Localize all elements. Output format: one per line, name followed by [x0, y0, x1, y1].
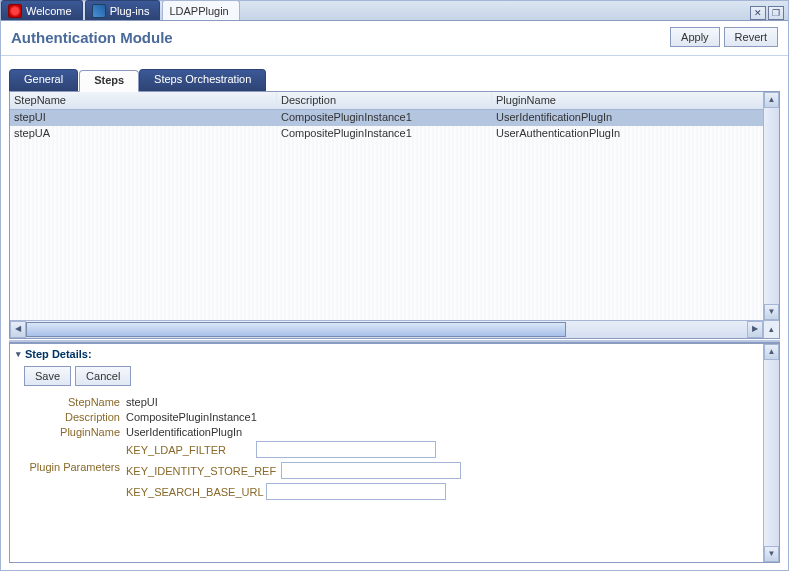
details-vertical-scrollbar[interactable]: ▲ ▼: [763, 344, 779, 562]
param-input-identity-store-ref[interactable]: [281, 462, 461, 479]
oracle-icon: [8, 4, 22, 18]
scroll-left-icon[interactable]: ◀: [10, 321, 26, 338]
col-stepname[interactable]: StepName: [10, 92, 277, 109]
close-icon[interactable]: ✕: [750, 6, 766, 20]
tab-general[interactable]: General: [9, 69, 78, 91]
maximize-icon[interactable]: ❐: [768, 6, 784, 20]
cell: CompositePluginInstance1: [277, 110, 492, 126]
tab-steps[interactable]: Steps: [79, 70, 139, 92]
top-tab-bar: Welcome Plug-ins LDAPPlugin ✕ ❐: [1, 1, 788, 21]
col-pluginname[interactable]: PluginName: [492, 92, 779, 109]
scroll-down-icon[interactable]: ▼: [764, 546, 779, 562]
tab-steps-orchestration[interactable]: Steps Orchestration: [139, 69, 266, 91]
label-stepname: StepName: [16, 396, 126, 408]
sub-tab-bar: General Steps Steps Orchestration: [9, 70, 780, 92]
save-button[interactable]: Save: [24, 366, 71, 386]
param-input-ldap-filter[interactable]: [256, 441, 436, 458]
table-body: stepUI CompositePluginInstance1 UserIden…: [10, 110, 779, 338]
apply-button[interactable]: Apply: [670, 27, 720, 47]
scroll-up-icon[interactable]: ▲: [764, 92, 779, 108]
tab-label: LDAPPlugin: [169, 5, 228, 17]
table-header-row: StepName Description PluginName: [10, 92, 779, 110]
cancel-button[interactable]: Cancel: [75, 366, 131, 386]
steps-table: StepName Description PluginName stepUI C…: [9, 91, 780, 339]
revert-button[interactable]: Revert: [724, 27, 778, 47]
tab-welcome[interactable]: Welcome: [1, 0, 83, 20]
cell: stepUA: [10, 126, 277, 142]
scroll-corner: ▴: [763, 320, 779, 338]
label-description: Description: [16, 411, 126, 423]
label-plugin-parameters: Plugin Parameters: [16, 441, 126, 500]
tab-label: Plug-ins: [110, 5, 150, 17]
horizontal-scrollbar[interactable]: ◀ ▶: [10, 320, 763, 338]
cell: UserIdentificationPlugIn: [492, 110, 779, 126]
param-key-identity-store-ref: KEY_IDENTITY_STORE_REF: [126, 465, 281, 477]
col-description[interactable]: Description: [277, 92, 492, 109]
param-input-search-base-url[interactable]: [266, 483, 446, 500]
label-pluginname: PluginName: [16, 426, 126, 438]
cell: UserAuthenticationPlugIn: [492, 126, 779, 142]
table-row[interactable]: stepUI CompositePluginInstance1 UserIden…: [10, 110, 779, 126]
tab-label: Welcome: [26, 5, 72, 17]
cell: stepUI: [10, 110, 277, 126]
plugins-icon: [92, 4, 106, 18]
table-row[interactable]: stepUA CompositePluginInstance1 UserAuth…: [10, 126, 779, 142]
page-header: Authentication Module Apply Revert: [1, 21, 788, 56]
value-description: CompositePluginInstance1: [126, 411, 257, 423]
value-pluginname: UserIdentificationPlugIn: [126, 426, 242, 438]
tab-plugins[interactable]: Plug-ins: [85, 0, 161, 20]
app-window: Welcome Plug-ins LDAPPlugin ✕ ❐ Authenti…: [0, 0, 789, 571]
page-title: Authentication Module: [11, 29, 173, 46]
param-key-search-base-url: KEY_SEARCH_BASE_URL: [126, 486, 266, 498]
vertical-scrollbar[interactable]: ▲ ▼: [763, 92, 779, 320]
chevron-up-icon[interactable]: ▴: [769, 324, 774, 334]
param-key-ldap-filter: KEY_LDAP_FILTER: [126, 444, 256, 456]
scroll-thumb[interactable]: [26, 322, 566, 337]
cell: CompositePluginInstance1: [277, 126, 492, 142]
step-details-panel: Step Details: Save Cancel StepName stepU…: [9, 343, 780, 563]
window-controls: ✕ ❐: [750, 6, 784, 20]
scroll-right-icon[interactable]: ▶: [747, 321, 763, 338]
value-stepname: stepUI: [126, 396, 158, 408]
step-details-title[interactable]: Step Details:: [16, 348, 773, 360]
scroll-down-icon[interactable]: ▼: [764, 304, 779, 320]
tab-ldap-plugin[interactable]: LDAPPlugin: [162, 0, 239, 20]
scroll-up-icon[interactable]: ▲: [764, 344, 779, 360]
